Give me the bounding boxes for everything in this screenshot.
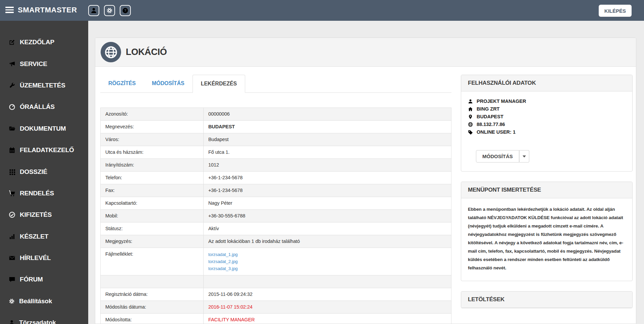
- row-label: Kapcsolattartó:: [101, 197, 204, 210]
- envelope-icon: [9, 255, 15, 261]
- modify-dropdown-button[interactable]: [519, 150, 529, 163]
- downloads-panel: LETÖLTÉSEK: [461, 291, 633, 308]
- main-content: LOKÁCIÓ RÖGZÍTÉS MÓDOSÍTÁS LEKÉRDEZÉS Az…: [88, 21, 644, 324]
- tab-modositas[interactable]: MÓDOSÍTÁS: [144, 75, 193, 92]
- row-value: Fő utca 1.: [204, 146, 451, 159]
- menu-icon[interactable]: [5, 7, 14, 14]
- table-row: Telefon: +36-1-234-5678: [101, 172, 451, 184]
- gear-icon: [106, 7, 113, 14]
- row-value: torzsadat_1.jpg torzsadat_2.jpg torzsada…: [204, 248, 451, 275]
- folder-open-icon: [9, 125, 15, 132]
- tab-bar: RÖGZÍTÉS MÓDOSÍTÁS LEKÉRDEZÉS: [100, 75, 451, 93]
- gear-icon: [9, 298, 15, 304]
- modify-button[interactable]: MÓDOSÍTÁS: [476, 150, 519, 163]
- row-value: 1012: [204, 159, 451, 172]
- tab-lekerdezes[interactable]: LEKÉRDEZÉS: [193, 75, 246, 93]
- topbar-icons: [88, 5, 131, 16]
- table-row-empty: [101, 275, 451, 288]
- row-value: Aktív: [204, 222, 451, 235]
- user-icon: [91, 7, 97, 14]
- details-column: RÖGZÍTÉS MÓDOSÍTÁS LEKÉRDEZÉS Azonosító:…: [100, 75, 451, 324]
- location-panel-body: RÖGZÍTÉS MÓDOSÍTÁS LEKÉRDEZÉS Azonosító:…: [95, 67, 636, 324]
- sidebar-item-kifizetes[interactable]: KIFIZETÉS: [0, 204, 88, 225]
- gauge-icon: [9, 104, 15, 110]
- sidebar-item-oraallas[interactable]: ÓRAÁLLÁS: [0, 96, 88, 118]
- sidebar-item-hirlevel[interactable]: HÍRLEVÉL: [0, 247, 88, 269]
- tab-rogzites[interactable]: RÖGZÍTÉS: [100, 75, 144, 92]
- list-item: BUDAPEST: [468, 113, 626, 121]
- pencil-square-icon: [9, 39, 15, 46]
- attachment-link[interactable]: torzsadat_1.jpg: [208, 251, 446, 258]
- sidebar-item-dosszie[interactable]: DOSSZIÉ: [0, 161, 88, 182]
- user-button[interactable]: [88, 5, 99, 16]
- row-value: 2015-11-06 09:24:32: [204, 288, 451, 301]
- logout-button[interactable]: KILÉPÉS: [599, 5, 632, 17]
- home-icon: [468, 107, 473, 112]
- wrench-icon: [9, 82, 15, 89]
- sidebar-item-service[interactable]: SERVICE: [0, 53, 88, 74]
- sidebar-item-dokumentum[interactable]: DOKUMENTUM: [0, 118, 88, 139]
- modify-split-button: MÓDOSÍTÁS: [476, 150, 529, 163]
- row-value: Nagy Péter: [204, 197, 451, 210]
- row-label: Státusz:: [101, 222, 204, 235]
- menu-info-panel-title: MENÜPONT ISMERTETÉSE: [461, 182, 632, 198]
- check-circle-icon: [9, 211, 15, 218]
- table-row: Mobil: +36-30-555-6788: [101, 210, 451, 222]
- globe-icon: [101, 42, 121, 62]
- sidebar-item-feladatkezelo[interactable]: FELADATKEZELŐ: [0, 139, 88, 161]
- sidebar-item-keszlet[interactable]: KÉSZLET: [0, 226, 88, 247]
- row-label: Megnevezés:: [101, 121, 204, 133]
- settings-button[interactable]: [104, 5, 115, 16]
- grid-icon: [9, 169, 15, 175]
- table-row: Megnevezés: BUDAPEST: [101, 121, 451, 133]
- row-label: Város:: [101, 133, 204, 146]
- sidebar-item-forum[interactable]: FÓRUM: [0, 269, 88, 290]
- caret-down-icon: [523, 155, 526, 157]
- sidebar-item-beallitasok[interactable]: Beállítások: [0, 290, 88, 312]
- row-value: Budapest: [204, 133, 451, 146]
- row-label: Utca és házszám:: [101, 146, 204, 159]
- row-label: Irányítószám:: [101, 159, 204, 172]
- row-label: Fájlmelléklet:: [101, 248, 204, 275]
- attachment-link[interactable]: torzsadat_2.jpg: [208, 258, 446, 265]
- map-marker-icon: [468, 114, 473, 119]
- row-value: 2016-11-07 15:02:24: [204, 301, 451, 314]
- attachment-link[interactable]: torzsadat_3.jpg: [208, 265, 446, 272]
- info-column: FELHASZNÁLÓI ADATOK PROJEKT MANAGER BING…: [461, 75, 633, 318]
- table-row: Regisztráció dátma: 2015-11-06 09:24:32: [101, 288, 451, 301]
- topbar: SMARTMASTER KILÉPÉS: [0, 0, 644, 21]
- sidebar-item-uzemeltetes[interactable]: ÜZEMELTETÉS: [0, 75, 88, 96]
- location-details-table: Azonosító: 00000006 Megnevezés: BUDAPEST…: [100, 108, 451, 324]
- row-value: +36-1-234-5678: [204, 184, 451, 197]
- table-row: Utca és házszám: Fő utca 1.: [101, 146, 451, 159]
- list-item: 88.132.77.86: [468, 121, 626, 128]
- sidebar-item-rendeles[interactable]: RENDELÉS: [0, 183, 88, 204]
- cart-icon: [9, 190, 15, 197]
- sidebar-item-torzsadatok[interactable]: Törzsadatok: [0, 312, 88, 324]
- globe-icon: [468, 122, 473, 127]
- table-row: Város: Budapest: [101, 133, 451, 146]
- row-value: 00000006: [204, 108, 451, 121]
- row-value: +36-1-234-5678: [204, 172, 451, 184]
- list-item: ONLINE USER: 1: [468, 128, 626, 136]
- row-label: Módosítás dátuma:: [101, 301, 204, 314]
- user-data-panel-title: FELHASZNÁLÓI ADATOK: [461, 75, 632, 91]
- table-row: Státusz: Aktív: [101, 222, 451, 235]
- page-title: LOKÁCIÓ: [126, 47, 167, 57]
- list-item: PROJEKT MANAGER: [468, 98, 626, 105]
- user-icon: [468, 99, 473, 104]
- row-label: Megjegyzés:: [101, 235, 204, 248]
- bar-chart-icon: [9, 233, 15, 240]
- row-value: FACILITY MANAGER: [204, 314, 451, 324]
- location-panel: LOKÁCIÓ RÖGZÍTÉS MÓDOSÍTÁS LEKÉRDEZÉS Az…: [95, 38, 636, 324]
- comment-icon: [9, 276, 15, 283]
- table-row: Azonosító: 00000006: [101, 108, 451, 121]
- row-value: [204, 275, 451, 288]
- megaphone-icon: [9, 61, 15, 67]
- sidebar-item-kezdolap[interactable]: KEZDŐLAP: [0, 31, 88, 53]
- row-value: Az adott lokációban 1 db irodaház találh…: [204, 235, 451, 248]
- help-button[interactable]: [120, 5, 131, 16]
- downloads-panel-title: LETÖLTÉSEK: [461, 291, 632, 308]
- menu-info-panel: MENÜPONT ISMERTETÉSE Ebben a menüpontban…: [461, 182, 633, 281]
- user-data-list: PROJEKT MANAGER BING ZRT BUDAPEST: [468, 98, 626, 136]
